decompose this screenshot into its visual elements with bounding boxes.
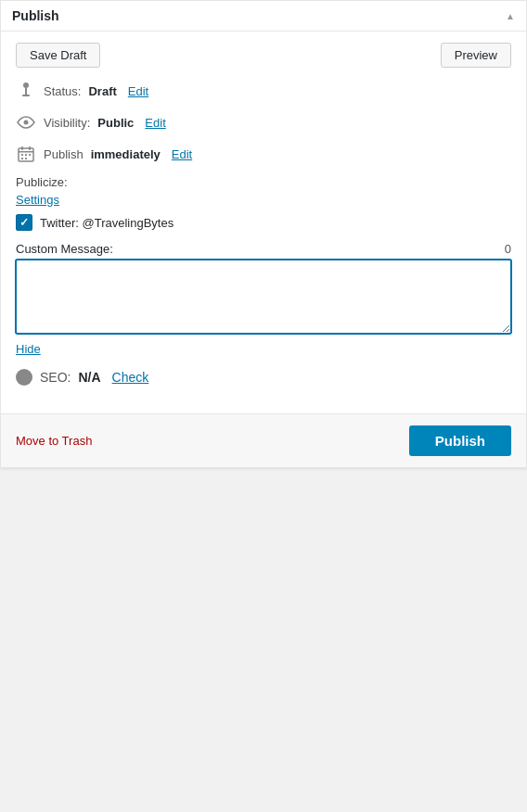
status-value: Draft bbox=[88, 84, 116, 98]
svg-rect-9 bbox=[25, 154, 27, 156]
visibility-edit-link[interactable]: Edit bbox=[145, 116, 165, 130]
status-row: Status: Draft Edit bbox=[16, 81, 511, 101]
status-icon bbox=[16, 81, 36, 101]
publicize-settings-link[interactable]: Settings bbox=[16, 193, 511, 207]
hide-link[interactable]: Hide bbox=[16, 342, 511, 356]
move-to-trash-link[interactable]: Move to Trash bbox=[16, 434, 92, 448]
visibility-row: Visibility: Public Edit bbox=[16, 112, 511, 133]
seo-status-dot bbox=[16, 369, 32, 386]
publicize-label: Publicize: bbox=[16, 175, 511, 189]
visibility-value: Public bbox=[97, 116, 134, 130]
svg-rect-10 bbox=[29, 154, 31, 156]
publish-button[interactable]: Publish bbox=[409, 425, 511, 456]
calendar-icon bbox=[16, 144, 36, 164]
seo-value: N/A bbox=[78, 370, 100, 385]
publicize-section: Publicize: Settings ✓ Twitter: @Travelin… bbox=[16, 175, 511, 231]
preview-button[interactable]: Preview bbox=[441, 43, 511, 68]
svg-rect-5 bbox=[19, 151, 33, 153]
status-edit-link[interactable]: Edit bbox=[128, 84, 148, 98]
widget-header: Publish ▲ bbox=[1, 1, 526, 32]
widget-footer: Move to Trash Publish bbox=[1, 413, 526, 467]
svg-rect-7 bbox=[29, 146, 31, 150]
button-row: Save Draft Preview bbox=[16, 43, 511, 68]
custom-message-textarea[interactable] bbox=[16, 260, 511, 334]
svg-rect-6 bbox=[21, 146, 23, 150]
twitter-label: Twitter: @TravelingBytes bbox=[40, 216, 174, 230]
custom-message-label: Custom Message: bbox=[16, 242, 113, 256]
publish-time-value: immediately bbox=[91, 147, 161, 161]
collapse-icon[interactable]: ▲ bbox=[506, 11, 515, 21]
checkmark-icon: ✓ bbox=[19, 217, 29, 228]
widget-title: Publish bbox=[12, 8, 59, 23]
visibility-icon bbox=[16, 112, 36, 133]
seo-row: SEO: N/A Check bbox=[16, 369, 511, 395]
publish-time-row: Publish immediately Edit bbox=[16, 144, 511, 164]
seo-check-link[interactable]: Check bbox=[112, 370, 149, 385]
twitter-checkbox[interactable]: ✓ bbox=[16, 214, 32, 231]
publish-time-edit-link[interactable]: Edit bbox=[172, 147, 192, 161]
visibility-label: Visibility: bbox=[44, 116, 90, 130]
twitter-checkbox-row: ✓ Twitter: @TravelingBytes bbox=[16, 214, 511, 231]
svg-point-0 bbox=[23, 82, 29, 88]
char-count: 0 bbox=[505, 242, 511, 256]
svg-point-3 bbox=[24, 121, 29, 125]
svg-rect-8 bbox=[21, 154, 23, 156]
svg-rect-2 bbox=[22, 95, 30, 96]
status-label: Status: bbox=[44, 84, 81, 98]
widget-body: Save Draft Preview Status: Draft Edit bbox=[1, 32, 526, 413]
publish-time-label: Publish bbox=[44, 147, 84, 161]
seo-label: SEO: bbox=[40, 370, 71, 385]
svg-rect-11 bbox=[21, 158, 23, 159]
save-draft-button[interactable]: Save Draft bbox=[16, 43, 100, 68]
custom-message-header: Custom Message: 0 bbox=[16, 242, 511, 256]
svg-rect-12 bbox=[25, 158, 27, 159]
publish-widget: Publish ▲ Save Draft Preview Status: Dra… bbox=[0, 0, 527, 468]
